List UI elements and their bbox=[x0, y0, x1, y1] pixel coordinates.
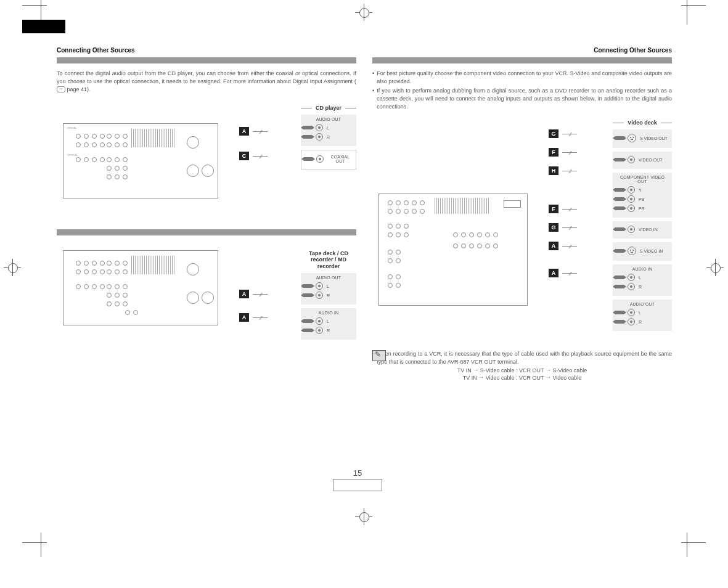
bullet-text: If you wish to perform analog dubbing fr… bbox=[377, 87, 672, 111]
rca-jack-icon bbox=[316, 133, 323, 141]
cable-badges: A ⁄⁄ C ⁄⁄ bbox=[239, 121, 268, 175]
port-label: PR bbox=[639, 206, 669, 211]
section-header-left: Connecting Other Sources bbox=[57, 47, 356, 54]
note-example-1: TV IN → S-Video cable : VCR OUT → S-Vide… bbox=[372, 367, 672, 374]
group-header: AUDIO IN bbox=[303, 311, 354, 315]
diagram-video-deck: G⁄⁄ F⁄⁄ H⁄⁄ F⁄⁄ G⁄⁄ A⁄⁄ A⁄⁄ Video deck S… bbox=[372, 120, 672, 335]
registration-mark-bottom bbox=[355, 508, 372, 525]
svideo-jack-icon bbox=[628, 247, 636, 255]
cable-badges: A ⁄⁄ A ⁄⁄ bbox=[239, 284, 268, 337]
cable-badge-a: A bbox=[239, 127, 249, 136]
cable-badge: F bbox=[549, 148, 558, 157]
plug-icon bbox=[304, 157, 313, 161]
port-label: R bbox=[327, 293, 354, 298]
intro-paragraph: To connect the digital audio output from… bbox=[57, 70, 356, 94]
registration-mark-right bbox=[706, 259, 724, 276]
diagram-tape-deck: A ⁄⁄ A ⁄⁄ Tape deck / CD recorder / MD r… bbox=[57, 247, 356, 370]
rca-jack-icon bbox=[316, 155, 324, 163]
port-label: R bbox=[639, 320, 669, 324]
rca-jack-icon bbox=[316, 124, 323, 131]
group-header: AUDIO IN bbox=[615, 267, 669, 271]
section-divider bbox=[57, 57, 356, 63]
intro-text: To connect the digital audio output from… bbox=[57, 70, 356, 84]
intro-ref: page 41 bbox=[67, 86, 88, 92]
section-header-right: Connecting Other Sources bbox=[372, 47, 672, 54]
cable-badge-c: C bbox=[239, 152, 249, 160]
note-text: When recording to a VCR, it is necessary… bbox=[377, 350, 672, 366]
cable-badge: A bbox=[549, 242, 558, 250]
cable-badge: G bbox=[549, 129, 558, 138]
port-label: L bbox=[327, 284, 354, 288]
group-header: AUDIO OUT bbox=[303, 117, 354, 121]
pencil-note-icon bbox=[372, 350, 386, 361]
port-label: R bbox=[327, 135, 354, 139]
cable-badge-a-out: A bbox=[239, 290, 249, 298]
port-label: L bbox=[639, 276, 669, 280]
section-divider bbox=[57, 229, 356, 235]
cable-badge-a-in: A bbox=[239, 313, 249, 322]
device-title: Video deck bbox=[628, 120, 656, 126]
section-divider bbox=[372, 57, 672, 63]
note-block: •When recording to a VCR, it is necessar… bbox=[372, 350, 672, 381]
video-deck-callout: Video deck S VIDEO OUT VIDEO OUT COMPONE… bbox=[613, 120, 672, 335]
port-label: L bbox=[327, 126, 354, 130]
diagram-cd-player: DIGITAL OPTICAL A ⁄⁄ C ⁄⁄ CD player bbox=[57, 105, 356, 216]
svideo-jack-icon bbox=[628, 134, 636, 142]
port-label: S VIDEO OUT bbox=[640, 136, 669, 141]
cable-badge: H bbox=[549, 166, 558, 175]
note-example-2: TV IN → Video cable : VCR OUT → Video ca… bbox=[372, 375, 672, 381]
port-label: PB bbox=[639, 197, 669, 202]
cable-badge: G bbox=[549, 223, 558, 232]
port-label: COAXIAL OUT bbox=[327, 155, 353, 163]
group-header: AUDIO OUT bbox=[615, 302, 669, 306]
cable-badges: G⁄⁄ F⁄⁄ H⁄⁄ F⁄⁄ G⁄⁄ A⁄⁄ A⁄⁄ bbox=[549, 129, 577, 277]
device-title: Tape deck / CD recorder / MD recorder bbox=[305, 250, 353, 269]
group-header: COMPONENT VIDEO OUT bbox=[615, 175, 669, 184]
port-label: S VIDEO IN bbox=[640, 249, 669, 253]
port-label: VIDEO IN bbox=[639, 227, 669, 232]
cable-badge: F bbox=[549, 205, 558, 213]
page-number: 15 bbox=[333, 468, 382, 478]
port-label: L bbox=[639, 311, 669, 315]
plug-icon bbox=[303, 135, 312, 139]
plug-icon bbox=[303, 126, 312, 129]
tape-deck-callout: Tape deck / CD recorder / MD recorder AU… bbox=[301, 250, 356, 343]
page-edge-tab bbox=[22, 20, 65, 33]
port-label: R bbox=[639, 285, 669, 289]
port-label: L bbox=[327, 319, 354, 324]
registration-mark-top bbox=[355, 4, 372, 21]
receiver-rear-panel bbox=[378, 194, 528, 306]
receiver-rear-panel: DIGITAL OPTICAL bbox=[63, 123, 218, 198]
page-number-box bbox=[333, 479, 382, 491]
device-title: CD player bbox=[316, 105, 342, 111]
port-label: R bbox=[327, 329, 354, 333]
page-reference-icon: ☞ bbox=[57, 86, 65, 92]
intro-tail: ). bbox=[87, 86, 91, 92]
group-header: AUDIO OUT bbox=[303, 276, 354, 280]
bullet-list: •For best picture quality choose the com… bbox=[372, 70, 672, 111]
bullet-text: For best picture quality choose the comp… bbox=[377, 70, 672, 86]
receiver-rear-panel bbox=[63, 250, 218, 325]
port-label: Y bbox=[639, 188, 669, 192]
port-label: VIDEO OUT bbox=[639, 158, 669, 162]
registration-mark-left bbox=[4, 259, 21, 276]
cd-player-callout: CD player AUDIO OUT L R COAXIAL OUT bbox=[301, 105, 356, 173]
page-number-block: 15 bbox=[333, 468, 382, 491]
cable-badge: A bbox=[549, 269, 558, 277]
